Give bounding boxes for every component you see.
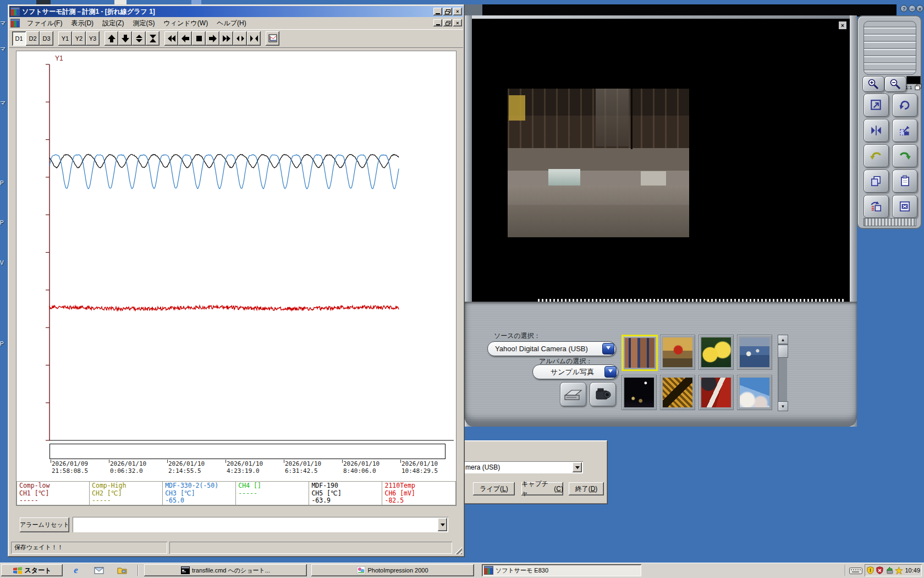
document-icon[interactable] — [10, 19, 20, 28]
delete-button[interactable] — [864, 195, 889, 218]
menu-measure[interactable]: 測定(S) — [129, 18, 158, 29]
chevron-down-icon[interactable] — [438, 518, 447, 531]
scale-up-button[interactable] — [105, 31, 118, 46]
time-expand-button[interactable] — [233, 31, 247, 46]
start-button[interactable]: スタート — [1, 564, 63, 576]
toolbar-y1-button[interactable]: Y1 — [58, 31, 72, 46]
undo-button[interactable] — [864, 144, 889, 167]
minimize-button[interactable] — [433, 8, 442, 15]
zoom-out-button[interactable] — [884, 76, 906, 92]
thumbnail-yellow-flowers[interactable] — [698, 335, 734, 370]
crop-resize-button[interactable] — [892, 119, 917, 142]
task-label: PhotoImpression 2000 — [367, 567, 428, 574]
menu-view[interactable]: 表示(D) — [67, 18, 97, 29]
scale-expand-button[interactable] — [132, 31, 146, 46]
live-button-label: ライブ — [480, 484, 500, 494]
tool-palette: 1:1 — [857, 15, 922, 229]
toolbar-y2-button[interactable]: Y2 — [72, 31, 86, 46]
thumbnail-city-night[interactable] — [622, 375, 657, 410]
close-image-button[interactable] — [892, 195, 917, 218]
graph-settings-button[interactable] — [266, 31, 279, 46]
clock[interactable]: 10:49 — [905, 567, 920, 574]
keyboard-layout-icon[interactable] — [849, 567, 862, 575]
toolbar-y3-button[interactable]: Y3 — [86, 31, 100, 46]
close-icon[interactable]: × — [838, 21, 847, 30]
acquire-scanner-button[interactable] — [560, 382, 586, 406]
flip-horizontal-button[interactable] — [864, 119, 889, 142]
stop-button[interactable] — [192, 31, 206, 46]
toolbar-d1-button[interactable]: D1 — [12, 31, 26, 46]
thumbnail-red-bird[interactable] — [660, 335, 695, 370]
scrollbar-thumb[interactable] — [778, 345, 788, 358]
resize-button[interactable] — [864, 94, 889, 117]
thumbnail-canyon-rocks[interactable] — [622, 335, 658, 371]
close-button[interactable]: × — [453, 8, 462, 15]
copy-icon — [870, 175, 883, 188]
minimize-button[interactable]: – — [909, 5, 916, 12]
restore-button[interactable] — [443, 8, 452, 15]
taskbar-item-transfile[interactable]: transfile.cmd へのショート... — [144, 564, 307, 576]
outlook-express-icon[interactable] — [94, 565, 105, 575]
close-button[interactable]: x — [916, 5, 923, 12]
chevron-down-icon[interactable] — [602, 343, 614, 355]
album-select-dropdown[interactable]: サンプル写真 — [532, 364, 618, 379]
warning-shield-icon[interactable]: ! — [866, 566, 875, 575]
menu-settings[interactable]: 設定(Z) — [98, 18, 128, 29]
toolbar-d3-button[interactable]: D3 — [40, 31, 53, 46]
time-range-box[interactable] — [50, 444, 446, 459]
thumbnail-gold-abstract[interactable] — [660, 375, 695, 410]
x-tick-label: 2026/01/10 4:23:19.0 — [227, 460, 263, 475]
redo-button[interactable] — [892, 144, 917, 167]
time-compress-button[interactable] — [247, 31, 261, 46]
capture-button[interactable]: キャプチャ(C) — [521, 482, 563, 495]
zoom-in-button[interactable] — [862, 76, 884, 92]
internet-explorer-icon[interactable]: e — [70, 565, 81, 575]
mdi-close-button[interactable]: × — [453, 19, 462, 26]
thumbnail-sky-clouds[interactable] — [737, 375, 772, 410]
scroll-left-button[interactable] — [178, 31, 192, 46]
thumbnail-ship-red-hull[interactable] — [698, 375, 734, 410]
zoom-ratio-button[interactable]: 1:1 — [905, 85, 912, 90]
palette-bottom-grip[interactable] — [864, 218, 916, 226]
toolbar-d2-button[interactable]: D2 — [26, 31, 40, 46]
camera-source-combobox[interactable]: mera (USB) — [463, 461, 583, 473]
taskbar-item-photoimpression[interactable]: PhotoImpression 2000 — [311, 564, 474, 576]
chevron-down-icon[interactable] — [573, 462, 582, 472]
menu-window[interactable]: ウィンドウ(W) — [160, 18, 212, 29]
thumbnail-harbor-boats[interactable] — [737, 335, 772, 370]
menu-help[interactable]: ヘルプ(H) — [213, 18, 250, 29]
desktop-folder-icon[interactable] — [117, 565, 128, 575]
scale-compress-button[interactable] — [146, 31, 160, 46]
cascade-windows-icon[interactable] — [915, 84, 922, 90]
resize-grip[interactable] — [455, 547, 462, 554]
usb-eject-icon[interactable] — [885, 566, 894, 575]
scroll-down-button[interactable]: ▼ — [778, 401, 788, 411]
help-button[interactable]: ? — [900, 5, 908, 12]
chevron-down-icon[interactable] — [604, 366, 617, 378]
paste-button[interactable] — [892, 170, 917, 193]
scale-down-button[interactable] — [118, 31, 132, 46]
error-shield-icon[interactable] — [876, 566, 884, 575]
title-bar[interactable]: ソフトサーモ計測－計測1 - [折れ線グラフ 1] × — [9, 6, 463, 17]
palette-grip[interactable] — [864, 21, 916, 75]
scroll-fast-right-button[interactable] — [219, 31, 233, 46]
source-select-dropdown[interactable]: Yahoo! Digital Camera (USB) — [487, 341, 616, 356]
x-tick-label: 2026/01/10 8:40:06.0 — [343, 460, 380, 475]
alarm-reset-button[interactable]: アラームリセット — [20, 517, 69, 532]
exit-button-label: 終了 — [575, 484, 588, 494]
menu-file[interactable]: ファイル(F) — [23, 18, 66, 29]
live-button[interactable]: ライブ(L) — [473, 482, 515, 495]
copy-button[interactable] — [864, 170, 889, 193]
taskbar-divider — [845, 565, 845, 576]
taskbar-item-softthermo-active[interactable]: ソフトサーモ E830 — [482, 564, 641, 576]
scroll-fast-left-button[interactable] — [164, 31, 178, 46]
rotate-button[interactable] — [892, 94, 917, 117]
scroll-right-button[interactable] — [206, 31, 219, 46]
acquire-camera-button[interactable] — [590, 382, 616, 406]
mdi-restore-button[interactable] — [443, 19, 452, 26]
exit-button[interactable]: 終了(D) — [569, 482, 604, 495]
alarm-combobox[interactable] — [73, 517, 448, 532]
mdi-minimize-button[interactable] — [433, 19, 442, 26]
star-icon[interactable] — [895, 566, 903, 575]
thumbnail-image — [624, 378, 654, 407]
